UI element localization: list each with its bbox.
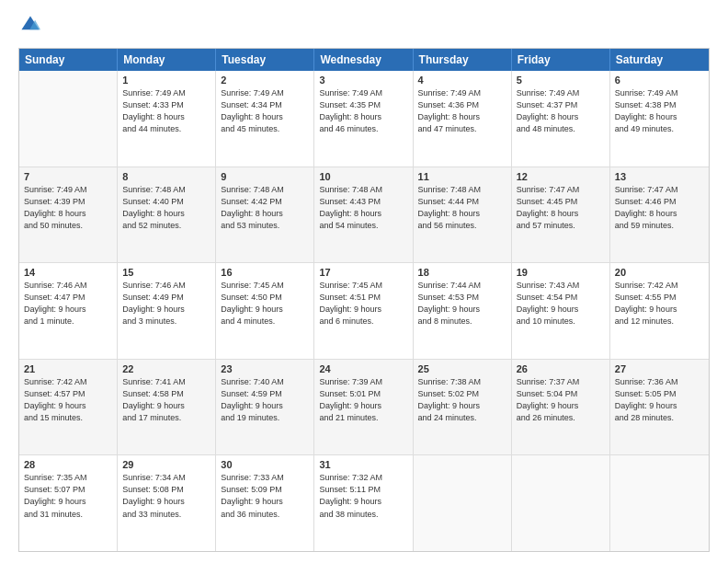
- calendar-cell: 22Sunrise: 7:41 AM Sunset: 4:58 PM Dayli…: [118, 360, 216, 455]
- cell-info: Sunrise: 7:48 AM Sunset: 4:44 PM Dayligh…: [418, 184, 506, 232]
- cell-info: Sunrise: 7:46 AM Sunset: 4:49 PM Dayligh…: [122, 280, 210, 327]
- cell-info: Sunrise: 7:46 AM Sunset: 4:47 PM Dayligh…: [24, 280, 112, 327]
- calendar-cell: 27Sunrise: 7:36 AM Sunset: 5:05 PM Dayli…: [610, 360, 709, 455]
- day-number: 2: [221, 75, 309, 86]
- calendar-header: SundayMondayTuesdayWednesdayThursdayFrid…: [19, 49, 709, 71]
- day-number: 4: [418, 75, 506, 86]
- calendar-cell: 19Sunrise: 7:43 AM Sunset: 4:54 PM Dayli…: [512, 263, 610, 359]
- cell-info: Sunrise: 7:33 AM Sunset: 5:09 PM Dayligh…: [221, 472, 309, 520]
- cell-info: Sunrise: 7:48 AM Sunset: 4:43 PM Dayligh…: [319, 184, 407, 232]
- calendar-row: 21Sunrise: 7:42 AM Sunset: 4:57 PM Dayli…: [19, 359, 709, 455]
- calendar-cell: 21Sunrise: 7:42 AM Sunset: 4:57 PM Dayli…: [19, 360, 118, 455]
- page: SundayMondayTuesdayWednesdayThursdayFrid…: [0, 0, 728, 563]
- weekday-header: Saturday: [610, 49, 709, 71]
- day-number: 21: [24, 363, 112, 374]
- day-number: 18: [418, 267, 506, 278]
- day-number: 25: [418, 363, 506, 374]
- day-number: 28: [24, 459, 112, 470]
- day-number: 29: [122, 459, 210, 470]
- cell-info: Sunrise: 7:43 AM Sunset: 4:54 PM Dayligh…: [517, 280, 605, 327]
- cell-info: Sunrise: 7:48 AM Sunset: 4:42 PM Dayligh…: [221, 184, 309, 232]
- calendar-cell: 8Sunrise: 7:48 AM Sunset: 4:40 PM Daylig…: [118, 167, 216, 263]
- calendar-cell: [414, 455, 512, 551]
- calendar-cell: 16Sunrise: 7:45 AM Sunset: 4:50 PM Dayli…: [216, 263, 314, 359]
- day-number: 30: [221, 459, 309, 470]
- day-number: 3: [319, 75, 407, 86]
- cell-info: Sunrise: 7:47 AM Sunset: 4:46 PM Dayligh…: [615, 184, 704, 232]
- calendar-row: 14Sunrise: 7:46 AM Sunset: 4:47 PM Dayli…: [19, 262, 709, 359]
- cell-info: Sunrise: 7:49 AM Sunset: 4:34 PM Dayligh…: [221, 87, 309, 135]
- calendar-cell: [512, 455, 610, 551]
- cell-info: Sunrise: 7:48 AM Sunset: 4:40 PM Dayligh…: [122, 184, 210, 232]
- day-number: 5: [517, 75, 605, 86]
- cell-info: Sunrise: 7:42 AM Sunset: 4:57 PM Dayligh…: [24, 376, 112, 424]
- cell-info: Sunrise: 7:34 AM Sunset: 5:08 PM Dayligh…: [122, 472, 210, 520]
- cell-info: Sunrise: 7:40 AM Sunset: 4:59 PM Dayligh…: [221, 376, 309, 424]
- day-number: 24: [319, 363, 407, 374]
- calendar-cell: 25Sunrise: 7:38 AM Sunset: 5:02 PM Dayli…: [414, 360, 512, 455]
- cell-info: Sunrise: 7:36 AM Sunset: 5:05 PM Dayligh…: [615, 376, 704, 424]
- weekday-header: Tuesday: [216, 49, 314, 71]
- weekday-header: Friday: [512, 49, 610, 71]
- logo: [18, 15, 40, 39]
- calendar-cell: 4Sunrise: 7:49 AM Sunset: 4:36 PM Daylig…: [414, 71, 512, 167]
- cell-info: Sunrise: 7:44 AM Sunset: 4:53 PM Dayligh…: [418, 280, 506, 327]
- day-number: 26: [517, 363, 605, 374]
- day-number: 7: [24, 171, 112, 182]
- day-number: 20: [615, 267, 704, 278]
- cell-info: Sunrise: 7:49 AM Sunset: 4:38 PM Dayligh…: [615, 87, 704, 135]
- cell-info: Sunrise: 7:49 AM Sunset: 4:37 PM Dayligh…: [517, 87, 605, 135]
- day-number: 11: [418, 171, 506, 182]
- day-number: 16: [221, 267, 309, 278]
- cell-info: Sunrise: 7:38 AM Sunset: 5:02 PM Dayligh…: [418, 376, 506, 424]
- day-number: 6: [615, 75, 704, 86]
- calendar-cell: 29Sunrise: 7:34 AM Sunset: 5:08 PM Dayli…: [118, 455, 216, 551]
- cell-info: Sunrise: 7:49 AM Sunset: 4:39 PM Dayligh…: [24, 184, 112, 232]
- calendar-body: 1Sunrise: 7:49 AM Sunset: 4:33 PM Daylig…: [19, 71, 709, 551]
- calendar-cell: 14Sunrise: 7:46 AM Sunset: 4:47 PM Dayli…: [19, 263, 118, 359]
- day-number: 22: [122, 363, 210, 374]
- cell-info: Sunrise: 7:45 AM Sunset: 4:50 PM Dayligh…: [221, 280, 309, 327]
- calendar-cell: 17Sunrise: 7:45 AM Sunset: 4:51 PM Dayli…: [314, 263, 413, 359]
- calendar-row: 1Sunrise: 7:49 AM Sunset: 4:33 PM Daylig…: [19, 71, 709, 167]
- calendar-cell: 12Sunrise: 7:47 AM Sunset: 4:45 PM Dayli…: [512, 167, 610, 263]
- calendar-cell: 1Sunrise: 7:49 AM Sunset: 4:33 PM Daylig…: [118, 71, 216, 167]
- cell-info: Sunrise: 7:42 AM Sunset: 4:55 PM Dayligh…: [615, 280, 704, 327]
- cell-info: Sunrise: 7:32 AM Sunset: 5:11 PM Dayligh…: [319, 472, 407, 520]
- logo-icon: [20, 15, 40, 35]
- cell-info: Sunrise: 7:37 AM Sunset: 5:04 PM Dayligh…: [517, 376, 605, 424]
- day-number: 8: [122, 171, 210, 182]
- day-number: 17: [319, 267, 407, 278]
- calendar-row: 7Sunrise: 7:49 AM Sunset: 4:39 PM Daylig…: [19, 167, 709, 263]
- day-number: 19: [517, 267, 605, 278]
- day-number: 23: [221, 363, 309, 374]
- header: [18, 15, 710, 39]
- calendar-cell: 6Sunrise: 7:49 AM Sunset: 4:38 PM Daylig…: [610, 71, 709, 167]
- calendar-cell: 26Sunrise: 7:37 AM Sunset: 5:04 PM Dayli…: [512, 360, 610, 455]
- weekday-header: Monday: [118, 49, 216, 71]
- calendar-cell: 7Sunrise: 7:49 AM Sunset: 4:39 PM Daylig…: [19, 167, 118, 263]
- weekday-header: Thursday: [414, 49, 512, 71]
- weekday-header: Sunday: [19, 49, 118, 71]
- calendar-cell: 18Sunrise: 7:44 AM Sunset: 4:53 PM Dayli…: [414, 263, 512, 359]
- calendar-cell: 24Sunrise: 7:39 AM Sunset: 5:01 PM Dayli…: [314, 360, 413, 455]
- calendar-cell: 3Sunrise: 7:49 AM Sunset: 4:35 PM Daylig…: [314, 71, 413, 167]
- cell-info: Sunrise: 7:49 AM Sunset: 4:36 PM Dayligh…: [418, 87, 506, 135]
- calendar-cell: 15Sunrise: 7:46 AM Sunset: 4:49 PM Dayli…: [118, 263, 216, 359]
- day-number: 12: [517, 171, 605, 182]
- calendar-cell: 13Sunrise: 7:47 AM Sunset: 4:46 PM Dayli…: [610, 167, 709, 263]
- calendar-cell: 30Sunrise: 7:33 AM Sunset: 5:09 PM Dayli…: [216, 455, 314, 551]
- cell-info: Sunrise: 7:39 AM Sunset: 5:01 PM Dayligh…: [319, 376, 407, 424]
- cell-info: Sunrise: 7:35 AM Sunset: 5:07 PM Dayligh…: [24, 472, 112, 520]
- day-number: 9: [221, 171, 309, 182]
- cell-info: Sunrise: 7:41 AM Sunset: 4:58 PM Dayligh…: [122, 376, 210, 424]
- day-number: 27: [615, 363, 704, 374]
- cell-info: Sunrise: 7:49 AM Sunset: 4:35 PM Dayligh…: [319, 87, 407, 135]
- calendar-cell: 31Sunrise: 7:32 AM Sunset: 5:11 PM Dayli…: [314, 455, 413, 551]
- calendar-cell: 5Sunrise: 7:49 AM Sunset: 4:37 PM Daylig…: [512, 71, 610, 167]
- calendar-cell: 28Sunrise: 7:35 AM Sunset: 5:07 PM Dayli…: [19, 455, 118, 551]
- calendar-cell: 23Sunrise: 7:40 AM Sunset: 4:59 PM Dayli…: [216, 360, 314, 455]
- calendar-cell: 10Sunrise: 7:48 AM Sunset: 4:43 PM Dayli…: [314, 167, 413, 263]
- calendar: SundayMondayTuesdayWednesdayThursdayFrid…: [18, 48, 710, 552]
- calendar-row: 28Sunrise: 7:35 AM Sunset: 5:07 PM Dayli…: [19, 454, 709, 551]
